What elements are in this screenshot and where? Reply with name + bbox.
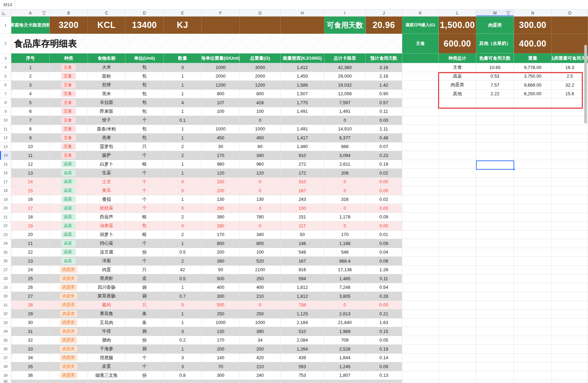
cell-B27[interactable]: 肉蛋类 bbox=[50, 266, 88, 275]
cell-N2[interactable]: 400.00 bbox=[514, 34, 552, 53]
cell-I10[interactable]: 0 bbox=[324, 116, 366, 125]
cell-I25[interactable]: 548 bbox=[324, 248, 366, 257]
cell-N38[interactable] bbox=[514, 362, 552, 371]
cell-F20[interactable]: 290 bbox=[202, 204, 240, 213]
table-column-header[interactable]: 序号 bbox=[11, 53, 50, 63]
cell-O2[interactable] bbox=[552, 34, 588, 53]
cell-N24[interactable] bbox=[514, 239, 552, 248]
cell-N37[interactable] bbox=[514, 354, 552, 363]
summary-cell[interactable]: 0.53 bbox=[476, 72, 514, 81]
cell-K39[interactable] bbox=[402, 371, 439, 380]
cell-M22[interactable] bbox=[476, 222, 514, 230]
cell-N39[interactable] bbox=[514, 371, 552, 380]
cell-H28[interactable]: 594 bbox=[281, 274, 324, 283]
row-header-21[interactable]: 21 bbox=[0, 213, 11, 222]
cell-G39[interactable]: 240 bbox=[240, 371, 281, 380]
cell-O26[interactable] bbox=[552, 257, 588, 266]
cell-A20[interactable]: 17 bbox=[11, 204, 50, 213]
cell-G26[interactable]: 520 bbox=[240, 257, 281, 266]
cell-G12[interactable]: 450 bbox=[240, 134, 281, 143]
cell-M28[interactable] bbox=[476, 274, 514, 283]
cell-J16[interactable]: 0.02 bbox=[366, 169, 402, 178]
sheet-title-cell[interactable]: 食品库存明细表 bbox=[11, 34, 402, 53]
cell-C20[interactable]: 娃娃菜 bbox=[88, 204, 125, 213]
cell-J19[interactable]: 0.02 bbox=[366, 195, 402, 204]
cell-O22[interactable] bbox=[552, 222, 588, 230]
cell-K30[interactable] bbox=[402, 292, 439, 301]
cell-K24[interactable] bbox=[402, 239, 439, 248]
cell-A30[interactable]: 27 bbox=[11, 292, 50, 301]
cell-M10[interactable] bbox=[476, 116, 514, 125]
cell-F6[interactable]: 1200 bbox=[202, 81, 240, 90]
partial-cell[interactable] bbox=[366, 380, 402, 383]
vertical-scrollbar[interactable] bbox=[584, 45, 587, 124]
cell-B37[interactable]: 肉蛋类 bbox=[50, 354, 88, 363]
cell-L38[interactable] bbox=[439, 362, 476, 371]
cell-F10[interactable] bbox=[202, 116, 240, 125]
column-header-N[interactable]: N bbox=[514, 10, 552, 17]
cell-O11[interactable] bbox=[552, 125, 588, 134]
partial-cell[interactable] bbox=[281, 380, 324, 383]
cell-N8[interactable] bbox=[514, 98, 552, 107]
cell-M21[interactable] bbox=[476, 213, 514, 222]
cell-B20[interactable]: 蔬菜 bbox=[50, 204, 88, 213]
summary-cell[interactable]: 6,250.00 bbox=[514, 90, 552, 99]
filter-icon[interactable] bbox=[42, 11, 46, 15]
cell-C17[interactable]: 土豆 bbox=[88, 178, 125, 187]
cell-H5[interactable]: 1,450 bbox=[281, 72, 324, 81]
cell-J17[interactable]: 0.00 bbox=[366, 178, 402, 187]
cell-N27[interactable] bbox=[514, 266, 552, 275]
cell-A36[interactable]: 33 bbox=[11, 345, 50, 354]
cell-H10[interactable] bbox=[281, 116, 324, 125]
cell-K32[interactable] bbox=[402, 310, 439, 318]
cell-I23[interactable]: 170 bbox=[324, 230, 366, 239]
cell-K16[interactable] bbox=[402, 169, 439, 178]
summary-cell[interactable]: 9,778.00 bbox=[514, 63, 552, 72]
column-header-E[interactable]: E bbox=[164, 10, 202, 17]
cell-I20[interactable]: 0 bbox=[324, 204, 366, 213]
cell-J5[interactable]: 2.16 bbox=[366, 72, 402, 81]
cell-O9[interactable] bbox=[552, 107, 588, 116]
cell-D28[interactable]: 盒 bbox=[125, 274, 164, 283]
row-header-24[interactable]: 24 bbox=[0, 239, 11, 248]
cell-K29[interactable] bbox=[402, 283, 439, 292]
cell-J4[interactable]: 3.16 bbox=[366, 63, 402, 72]
cell-I18[interactable]: 0 bbox=[324, 186, 366, 195]
cell-E21[interactable]: 2 bbox=[164, 213, 202, 222]
cell-M38[interactable] bbox=[476, 362, 514, 371]
cell-H21[interactable]: 151 bbox=[281, 213, 324, 222]
cell-O13[interactable] bbox=[552, 143, 588, 151]
cell-J6[interactable]: 1.42 bbox=[366, 81, 402, 90]
cell-F23[interactable]: 170 bbox=[202, 230, 240, 239]
cell-C34[interactable]: 牛排 bbox=[88, 327, 125, 336]
cell-K13[interactable] bbox=[402, 143, 439, 151]
cell-H19[interactable]: 243 bbox=[281, 195, 324, 204]
cell-F11[interactable]: 1000 bbox=[202, 125, 240, 134]
summary-cell[interactable]: 3,750.00 bbox=[514, 72, 552, 81]
cell-C33[interactable]: 五花肉 bbox=[88, 318, 125, 327]
cell-O31[interactable] bbox=[552, 301, 588, 310]
row-header-30[interactable]: 30 bbox=[0, 292, 11, 301]
cell-L16[interactable] bbox=[439, 169, 476, 178]
cell-F1[interactable] bbox=[202, 17, 240, 34]
summary-cell[interactable]: 7.57 bbox=[476, 81, 514, 90]
cell-A25[interactable]: 22 bbox=[11, 248, 50, 257]
cell-G21[interactable]: 780 bbox=[240, 213, 281, 222]
summary-column-header[interactable]: 热量可食用天数 bbox=[476, 53, 514, 63]
row-header-33[interactable]: 33 bbox=[0, 318, 11, 327]
cell-F31[interactable]: 500 bbox=[202, 301, 240, 310]
cell-B38[interactable]: 肉蛋类 bbox=[50, 362, 88, 371]
cell-I8[interactable]: 7,597 bbox=[324, 98, 366, 107]
cell-N32[interactable] bbox=[514, 310, 552, 318]
cell-O20[interactable] bbox=[552, 204, 588, 213]
cell-J11[interactable]: 1.11 bbox=[366, 125, 402, 134]
summary-cell[interactable]: 16.3 bbox=[552, 63, 588, 72]
table-column-header[interactable]: 能量密度(KJ/100G) bbox=[281, 53, 324, 63]
cell-E36[interactable]: 1 bbox=[164, 345, 202, 354]
cell-I33[interactable]: 21,840 bbox=[324, 318, 366, 327]
cell-L28[interactable] bbox=[439, 274, 476, 283]
cell-J10[interactable]: 0.00 bbox=[366, 116, 402, 125]
cell-K34[interactable] bbox=[402, 327, 439, 336]
cell-J9[interactable]: 0.11 bbox=[366, 107, 402, 116]
cell-D8[interactable]: 包 bbox=[125, 98, 164, 107]
